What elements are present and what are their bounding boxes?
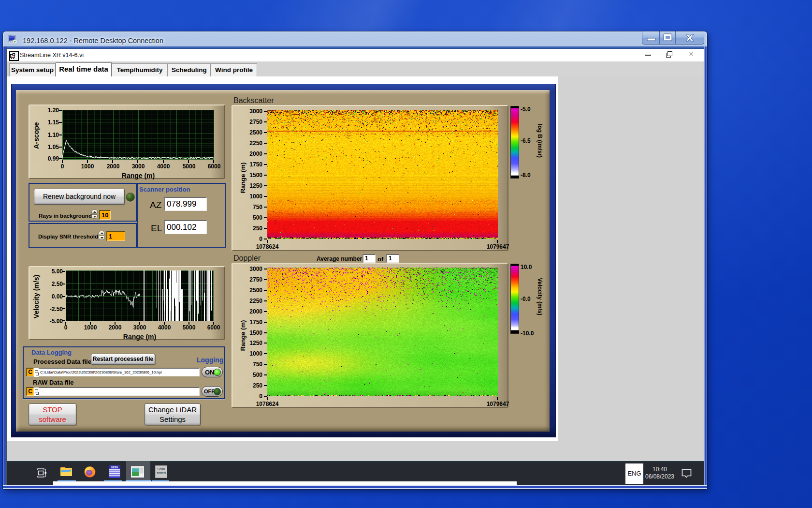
svg-text:Scan: Scan	[158, 467, 165, 471]
svg-text:GEEK: GEEK	[111, 466, 118, 469]
svg-text:sched: sched	[157, 471, 166, 475]
